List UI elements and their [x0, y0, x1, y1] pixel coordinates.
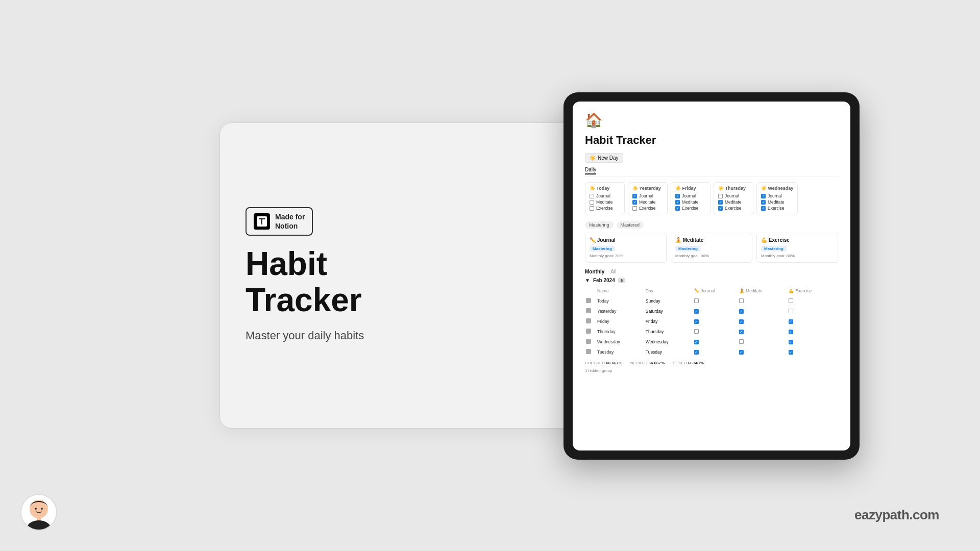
app-subtitle: Master your daily habits: [246, 328, 429, 344]
table-row: Friday Friday ✓ ✓ ✓: [586, 317, 837, 326]
website-url: eazypath.com: [854, 507, 939, 523]
tab-monthly[interactable]: Monthly: [585, 269, 604, 274]
tab-all[interactable]: All: [610, 269, 616, 274]
new-day-button[interactable]: ☀️ New Day: [585, 153, 623, 163]
table-row: Today Sunday: [586, 296, 837, 306]
day-card-today: ☀️ Today Journal Meditate Exercise: [585, 182, 625, 215]
mastering-card-journal: ✏️ Journal Mastering Monthly goal: 70%: [585, 233, 667, 263]
mastering-tabs: Mastering Mastered: [585, 221, 838, 229]
monthly-group-header: ▼ Feb 2024 6: [585, 278, 838, 283]
svg-point-2: [35, 508, 37, 510]
page-title: Habit Tracker: [585, 134, 838, 147]
table-row: Wednesday Wednesday ✓ ✓: [586, 337, 837, 346]
tablet-frame: 🏠 Habit Tracker ☀️ New Day Daily: [564, 92, 860, 460]
home-icon: 🏠: [585, 112, 838, 129]
left-panel: Made for Notion Habit Tracker Master you…: [220, 123, 455, 428]
main-card: Made for Notion Habit Tracker Master you…: [219, 122, 761, 429]
monthly-table: Name Day ✏️ Journal 🧘 Meditate 💪 Exercis…: [585, 286, 838, 358]
table-row: Tuesday Tuesday ✓ ✓ ✓: [586, 347, 837, 357]
table-row: Yesterday Saturday ✓ ✓: [586, 307, 837, 316]
mastering-cards: ✏️ Journal Mastering Monthly goal: 70% 🧘…: [585, 233, 838, 263]
hidden-group: 1 hidden group: [585, 368, 838, 373]
badge-text: Made for Notion: [275, 212, 305, 231]
avatar-face: [20, 494, 57, 531]
mastering-tab1[interactable]: Mastering: [585, 221, 614, 229]
notion-logo-icon: [254, 213, 270, 230]
mastering-card-meditate: 🧘 Meditate Mastering Monthly goal: 80%: [671, 233, 752, 263]
stats-row: CHECKED 66.667% NECKED 66.667% SCKED 66.…: [585, 361, 838, 365]
mastering-tab2[interactable]: Mastered: [617, 221, 644, 229]
mastering-card-exercise: 💪 Exercise Mastering Monthly goal: 80%: [756, 233, 838, 263]
svg-point-1: [30, 500, 48, 518]
monthly-tabs: Monthly All: [585, 269, 838, 274]
tablet-screen: 🏠 Habit Tracker ☀️ New Day Daily: [573, 102, 850, 450]
avatar: [20, 494, 57, 531]
day-card-yesterday: ☀️ Yesterday ✓ Journal ✓ Meditate Exerci…: [628, 182, 668, 215]
tab-daily[interactable]: Daily: [585, 167, 596, 174]
notion-content: 🏠 Habit Tracker ☀️ New Day Daily: [573, 102, 850, 450]
table-row: Thursday Thursday ✓ ✓: [586, 327, 837, 336]
day-card-friday: ☀️ Friday ✓ Journal ✓ Meditate ✓ Exercis…: [671, 182, 710, 215]
day-card-thursday: ☀️ Thursday Journal ✓ Meditate ✓ Exercis…: [714, 182, 753, 215]
tablet-wrapper: 🏠 Habit Tracker ☀️ New Day Daily: [564, 92, 860, 460]
made-for-notion-badge: Made for Notion: [246, 207, 313, 236]
app-title: Habit Tracker: [246, 246, 429, 318]
day-card-wednesday: ☀️ Wednesday ✓ Journal ✓ Meditate ✓ Exer…: [756, 182, 798, 215]
svg-point-3: [41, 508, 43, 510]
daily-tab-bar: Daily: [585, 167, 838, 177]
daily-grid: ☀️ Today Journal Meditate Exercise ☀️ Ye…: [585, 182, 838, 215]
